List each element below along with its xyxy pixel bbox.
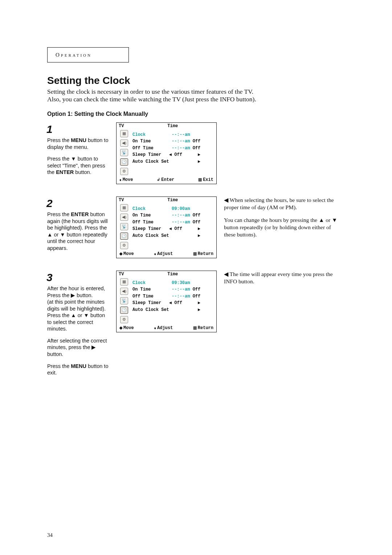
picture-icon: ▦	[120, 204, 128, 211]
enter-button-label: ENTER	[71, 211, 89, 217]
step-2-row: 2 Press the ENTER button again (the hour…	[47, 197, 348, 258]
step-text: button.	[74, 169, 91, 175]
step-text: button again (the hours digits will be h…	[47, 211, 108, 251]
osd-tv-label: TV	[119, 123, 124, 129]
osd-sidebar-icons: ▦ ◀) 📡 🕒 ⚙	[117, 129, 130, 177]
note-text: ◀ The time will appear every time you pr…	[224, 271, 338, 285]
step-text: Press the	[47, 211, 71, 217]
exit-label: Exit	[203, 177, 213, 182]
channel-icon: 📡	[120, 223, 128, 230]
menu-button-label: MENU	[71, 363, 86, 369]
step-3-text: 3 After the hour is entered, Press the ▶…	[47, 271, 109, 376]
setup-icon: ⚙	[120, 316, 128, 323]
channel-icon: 📡	[120, 149, 128, 156]
time-icon: 🕒	[120, 307, 128, 314]
sound-icon: ◀)	[120, 139, 128, 147]
step-3-row: 3 After the hour is entered, Press the ▶…	[47, 271, 348, 376]
enter-glyph: ↲	[157, 177, 160, 182]
step-text: After the hour is entered, Press the ▶ b…	[47, 285, 109, 299]
return-label: Return	[198, 251, 213, 256]
osd-sidebar-icons: ▦ ◀) 📡 🕒 ⚙	[117, 277, 130, 325]
step-text: Press the	[47, 137, 71, 143]
section-label: Operation	[47, 47, 129, 62]
intro-line: Setting the clock is necessary in order …	[47, 88, 348, 96]
step-1-row: 1 Press the MENU button to display the m…	[47, 122, 348, 184]
note-text: You can change the hours by pressing the…	[224, 216, 338, 238]
adjust-glyph: ♦	[154, 252, 156, 256]
enter-label: Enter	[161, 177, 174, 182]
step-number: 2	[46, 197, 109, 210]
page-title: Setting the Clock	[47, 75, 348, 86]
step-number: 3	[46, 271, 109, 284]
setup-icon: ⚙	[120, 242, 128, 249]
move-glyph: ♦	[119, 178, 122, 182]
osd-menu-list: Clock --:--am On Time --:--am Off Off Ti…	[130, 129, 216, 177]
osd-title: Time	[131, 123, 214, 129]
exit-glyph: ▥	[198, 177, 202, 182]
step-2-notes: ◀ When selecting the hours, be sure to s…	[224, 197, 338, 244]
picture-icon: ▦	[120, 130, 128, 137]
osd-menu-list: Clock 09:30am On Time --:--am Off Off Ti…	[130, 277, 216, 325]
sound-icon: ◀)	[120, 214, 128, 221]
channel-icon: 📡	[120, 297, 128, 304]
intro-text: Setting the clock is necessary in order …	[47, 88, 348, 104]
step-number: 1	[46, 122, 109, 136]
return-label: Return	[198, 325, 213, 331]
step-text: Press the	[47, 363, 71, 369]
osd-tv-label: TV	[119, 272, 124, 277]
enter-button-label: ENTER	[56, 169, 74, 175]
return-glyph: ▥	[193, 325, 197, 330]
adjust-label: Adjust	[157, 251, 173, 256]
osd-footer: ◆ Move ♦ Adjust ▥ Return	[117, 325, 216, 332]
osd-tv-label: TV	[119, 198, 124, 203]
osd-menu-list: Clock 09:00am On Time --:--am Off Off Ti…	[130, 203, 216, 251]
page-number: 34	[47, 532, 53, 538]
move-glyph: ◆	[119, 325, 122, 330]
move-label: Move	[123, 177, 133, 182]
osd-title: Time	[131, 272, 214, 277]
intro-line: Also, you can check the time while watch…	[47, 96, 348, 103]
osd-screenshot-2: TV Time ▦ ◀) 📡 🕒 ⚙ Clock 09:00am On Time…	[116, 197, 217, 258]
osd-screenshot-3: TV Time ▦ ◀) 📡 🕒 ⚙ Clock 09:30am On Time…	[116, 271, 217, 332]
picture-icon: ▦	[120, 278, 128, 285]
adjust-glyph: ♦	[154, 326, 156, 330]
osd-screenshot-1: TV Time ▦ ◀) 📡 🕒 ⚙ Clock --:--am On Time…	[116, 122, 217, 184]
time-icon: 🕒	[120, 232, 128, 240]
step-text: (at this point the minutes digits will b…	[47, 299, 109, 332]
note-text: ◀ When selecting the hours, be sure to s…	[224, 197, 338, 211]
step-3-notes: ◀ The time will appear every time you pr…	[224, 271, 338, 291]
setup-icon: ⚙	[120, 168, 128, 175]
menu-button-label: MENU	[71, 137, 86, 143]
osd-footer: ◆ Move ♦ Adjust ▥ Return	[117, 251, 216, 258]
osd-sidebar-icons: ▦ ◀) 📡 🕒 ⚙	[117, 203, 130, 251]
step-2-text: 2 Press the ENTER button again (the hour…	[47, 197, 109, 252]
return-glyph: ▥	[193, 251, 197, 256]
sound-icon: ◀)	[120, 288, 128, 295]
adjust-label: Adjust	[157, 325, 173, 331]
step-1-text: 1 Press the MENU button to display the m…	[47, 122, 109, 176]
option-title: Option 1: Setting the Clock Manually	[47, 111, 348, 117]
move-glyph: ◆	[119, 251, 122, 256]
step-text: After selecting the correct minutes, pre…	[47, 337, 109, 358]
move-label: Move	[123, 251, 134, 256]
move-label: Move	[123, 325, 134, 331]
osd-title: Time	[131, 198, 214, 203]
osd-footer: ♦ Move ↲ Enter ▥ Exit	[117, 177, 216, 184]
time-icon: 🕒	[120, 158, 128, 166]
